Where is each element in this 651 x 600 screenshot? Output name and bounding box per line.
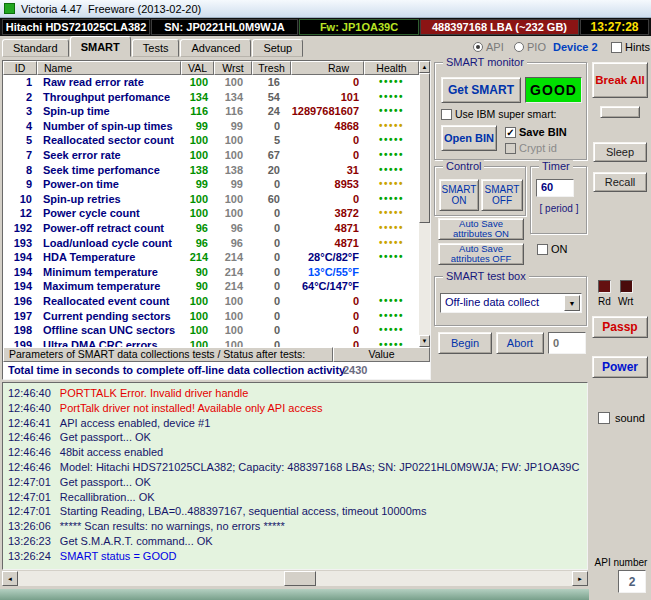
test-select-dropdown[interactable]: Off-line data collect <box>440 293 582 313</box>
smart-attribute-row[interactable]: 196Reallocated event count10010000••••• <box>3 294 419 309</box>
api-number-value[interactable]: 2 <box>618 570 646 593</box>
cell-id: 10 <box>3 192 37 207</box>
cell-id: 9 <box>3 177 37 192</box>
smart-attribute-row[interactable]: 10Spin-up retries100100600••••• <box>3 192 419 207</box>
tab-smart[interactable]: SMART <box>70 36 131 57</box>
smart-attribute-row[interactable]: 192Power-off retract count969604871••••• <box>3 221 419 236</box>
h-scrollbar-thumb[interactable] <box>284 571 316 586</box>
smart-on-button[interactable]: SMART ON <box>439 179 479 211</box>
sleep-button[interactable]: Sleep <box>593 142 647 162</box>
col-header-raw[interactable]: Raw <box>291 61 364 75</box>
save-bin-checkbox[interactable] <box>505 127 516 138</box>
col-header-id[interactable]: ID <box>3 61 37 75</box>
scroll-up-icon[interactable] <box>419 61 430 73</box>
health-dots: ••••• <box>364 236 419 251</box>
smart-attribute-row[interactable]: 198Offline scan UNC sectors10010000••••• <box>3 323 419 338</box>
tab-bar: StandardSMARTTestsAdvancedSetup API PIO … <box>0 36 651 57</box>
smart-attribute-row[interactable]: 7Seek error rate100100670••••• <box>3 148 419 163</box>
tab-advanced[interactable]: Advanced <box>180 39 251 57</box>
begin-button[interactable]: Begin <box>438 332 492 354</box>
scroll-left-icon[interactable] <box>2 571 18 586</box>
params-header-value: Value <box>333 347 430 362</box>
smart-status-display: GOOD <box>525 77 582 103</box>
power-button[interactable]: Power <box>592 356 648 378</box>
log-message: ***** Scan results: no warnings, no erro… <box>60 520 285 532</box>
cell-tresh: 24 <box>252 104 291 119</box>
params-row-label: Total time in seconds to complete off-li… <box>8 363 345 377</box>
api-radio[interactable] <box>473 42 483 52</box>
smart-attribute-row[interactable]: 12Power cycle count10010003872••••• <box>3 206 419 221</box>
chevron-down-icon[interactable] <box>564 295 580 311</box>
health-dots: ••••• <box>364 309 419 324</box>
health-dots <box>364 279 419 294</box>
smart-attribute-row[interactable]: 193Load/unload cycle count969604871••••• <box>3 236 419 251</box>
autosave-on-button[interactable]: Auto Save attributes ON <box>438 218 524 240</box>
cell-tresh: 20 <box>252 163 291 178</box>
smart-attribute-row[interactable]: 194Maximum temperature90214064°C/147°F <box>3 279 419 294</box>
cell-name: Current pending sectors <box>37 309 181 324</box>
pio-radio[interactable] <box>514 42 524 52</box>
col-header-wrst[interactable]: Wrst <box>214 61 252 75</box>
tab-tests[interactable]: Tests <box>132 39 180 57</box>
break-all-button[interactable]: Break All <box>592 62 648 98</box>
cell-tresh: 60 <box>252 192 291 207</box>
log-line: 12:46:46Get passport... OK <box>8 430 587 445</box>
smart-attribute-row[interactable]: 199Ultra DMA CRC errors10010000••••• <box>3 338 419 347</box>
smart-attribute-row[interactable]: 194Minimum temperature90214013°C/55°F <box>3 265 419 280</box>
cell-name: Power cycle count <box>37 206 181 221</box>
smart-off-button[interactable]: SMART OFF <box>481 179 523 211</box>
open-bin-button[interactable]: Open BIN <box>441 125 497 151</box>
abort-button[interactable]: Abort <box>496 332 544 354</box>
smart-attribute-row[interactable]: 1Raw read error rate100100160••••• <box>3 75 419 90</box>
tab-standard[interactable]: Standard <box>2 39 69 57</box>
passp-button[interactable]: Passp <box>592 316 648 338</box>
log-area[interactable]: 12:46:40PORTTALK Error. Invalid driver h… <box>2 382 588 570</box>
log-timestamp: 12:46:41 <box>8 417 51 429</box>
cell-id: 1 <box>3 75 37 90</box>
log-h-scrollbar[interactable] <box>2 571 588 586</box>
tab-setup[interactable]: Setup <box>252 39 303 57</box>
write-led-icon <box>620 280 633 293</box>
timer-on-checkbox[interactable] <box>537 244 548 255</box>
cell-wrst: 116 <box>214 104 252 119</box>
timer-label: Timer <box>539 160 573 172</box>
log-list: 12:46:40PORTTALK Error. Invalid driver h… <box>8 386 587 564</box>
save-bin-label: Save BIN <box>519 126 567 138</box>
col-header-tresh[interactable]: Tresh <box>252 61 291 75</box>
smart-attribute-row[interactable]: 4Number of spin-up times999904868••••• <box>3 119 419 134</box>
scroll-down-icon[interactable] <box>419 335 430 347</box>
smart-attribute-row[interactable]: 8Seek time perfomance1381382031••••• <box>3 163 419 178</box>
hints-checkbox[interactable] <box>611 42 622 53</box>
smart-attribute-row[interactable]: 3Spin-up time1161162412897681607••••• <box>3 104 419 119</box>
recall-button[interactable]: Recall <box>593 172 647 192</box>
col-header-health[interactable]: Health <box>364 61 419 75</box>
cell-wrst: 138 <box>214 163 252 178</box>
cell-id: 2 <box>3 90 37 105</box>
smart-attribute-row[interactable]: 194HDA Temperature214214028°C/82°F••••• <box>3 250 419 265</box>
smart-attribute-row[interactable]: 5Reallocated sector count10010050••••• <box>3 133 419 148</box>
smart-attribute-row[interactable]: 197Current pending sectors10010000••••• <box>3 309 419 324</box>
cell-wrst: 100 <box>214 206 252 221</box>
log-message: API access enabled, device #1 <box>60 417 210 429</box>
autosave-off-button[interactable]: Auto Save attributes OFF <box>438 243 524 265</box>
hints-label: Hints <box>625 41 650 53</box>
col-header-name[interactable]: Name <box>37 61 181 75</box>
params-row[interactable]: Total time in seconds to complete off-li… <box>3 362 430 380</box>
smart-attribute-row[interactable]: 2Throughput perfomance13413454101••••• <box>3 90 419 105</box>
drive-serial: SN: JP0221HL0M9WJA <box>151 19 298 35</box>
col-header-val[interactable]: VAL <box>181 61 214 75</box>
table-scrollbar[interactable] <box>419 61 430 347</box>
sound-checkbox[interactable] <box>598 412 610 424</box>
cell-raw: 31 <box>291 163 364 178</box>
log-message: Get S.M.A.R.T. command... OK <box>60 535 213 547</box>
window-title: Victoria 4.47 Freeware (2013-02-20) <box>21 3 201 15</box>
write-led-label: Wrt <box>618 296 633 307</box>
cell-name: Minimum temperature <box>37 265 181 280</box>
scroll-right-icon[interactable] <box>572 571 588 586</box>
ibm-smart-checkbox[interactable] <box>441 109 452 120</box>
mode-group: API PIO Device 2 Hints <box>431 36 651 57</box>
smart-attribute-row[interactable]: 9Power-on time999908953••••• <box>3 177 419 192</box>
scrollbar-thumb[interactable] <box>419 73 430 223</box>
timer-value-input[interactable]: 60 <box>536 179 574 197</box>
get-smart-button[interactable]: Get SMART <box>441 77 521 103</box>
